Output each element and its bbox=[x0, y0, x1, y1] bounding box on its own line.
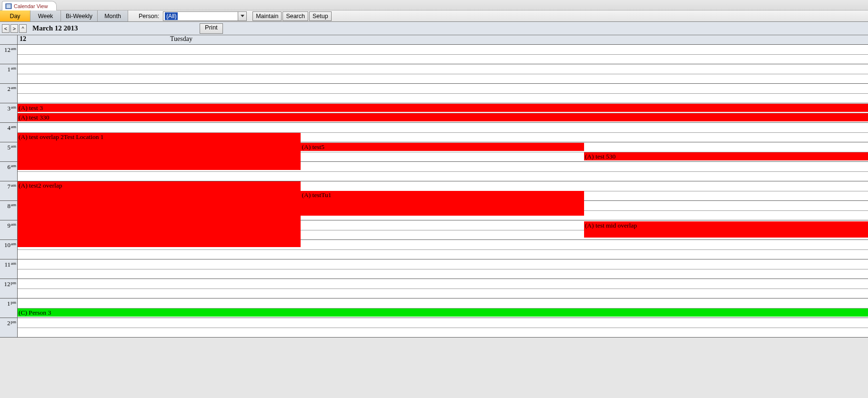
prev-day-button[interactable]: < bbox=[2, 24, 10, 33]
person-filter: Person: (All) bbox=[128, 10, 252, 21]
view-tab-month[interactable]: Month bbox=[98, 10, 128, 21]
view-tab-day[interactable]: Day bbox=[0, 10, 30, 21]
event-test530[interactable]: (A) test 530 bbox=[584, 152, 868, 160]
current-date-label: March 12 2013 bbox=[32, 24, 78, 32]
document-tab-bar: Calendar View bbox=[0, 0, 868, 10]
day-column-header: 12 Tuesday bbox=[0, 35, 868, 45]
event-mid-overlap[interactable]: (A) test mid overlap bbox=[584, 221, 868, 238]
day-lane[interactable]: (A) test 3 (A) test 330 (A) test overlap… bbox=[18, 45, 868, 338]
view-tab-biweekly[interactable]: Bi-Weekly bbox=[61, 10, 98, 21]
calendar-grid: 12am 1am 2am 3am 4am 5am 6am 7am 8am 9am… bbox=[0, 45, 868, 338]
document-tab-label: Calendar View bbox=[14, 3, 48, 9]
setup-button[interactable]: Setup bbox=[309, 11, 332, 21]
day-name: Tuesday bbox=[170, 35, 192, 44]
event-testtu1[interactable]: (A) testTu1 bbox=[301, 191, 584, 216]
svg-rect-1 bbox=[7, 4, 11, 5]
today-button[interactable]: ^ bbox=[19, 24, 27, 33]
svg-rect-2 bbox=[7, 6, 11, 7]
event-test-overlap2[interactable]: (A) test overlap 2Test Location 1 bbox=[18, 133, 301, 170]
document-tab-calendar-view[interactable]: Calendar View bbox=[2, 1, 57, 10]
event-test330[interactable]: (A) test 330 bbox=[18, 113, 868, 121]
svg-rect-3 bbox=[7, 7, 11, 8]
chevron-down-icon bbox=[238, 12, 246, 20]
person-label: Person: bbox=[139, 13, 159, 20]
form-icon bbox=[5, 3, 12, 10]
view-tabs: Day Week Bi-Weekly Month bbox=[0, 10, 128, 21]
day-number: 12 bbox=[18, 35, 170, 44]
next-day-button[interactable]: > bbox=[10, 24, 18, 33]
maintain-button[interactable]: Maintain bbox=[252, 11, 282, 21]
person-select-value: (All) bbox=[165, 12, 178, 20]
search-button[interactable]: Search bbox=[283, 11, 308, 21]
ribbon-toolbar: Day Week Bi-Weekly Month Person: (All) M… bbox=[0, 10, 868, 22]
person-select[interactable]: (All) bbox=[163, 11, 247, 21]
event-person3[interactable]: (C) Person 3 bbox=[18, 308, 868, 317]
event-test3[interactable]: (A) test 3 bbox=[18, 104, 868, 112]
event-test5[interactable]: (A) test5 bbox=[301, 143, 584, 151]
view-tab-week[interactable]: Week bbox=[30, 10, 61, 21]
time-gutter: 12am 1am 2am 3am 4am 5am 6am 7am 8am 9am… bbox=[0, 45, 18, 338]
print-button[interactable]: Print bbox=[200, 23, 223, 34]
date-nav-bar: < > ^ March 12 2013 Print bbox=[0, 22, 868, 35]
event-test2-overlap[interactable]: (A) test2 overlap bbox=[18, 181, 301, 247]
